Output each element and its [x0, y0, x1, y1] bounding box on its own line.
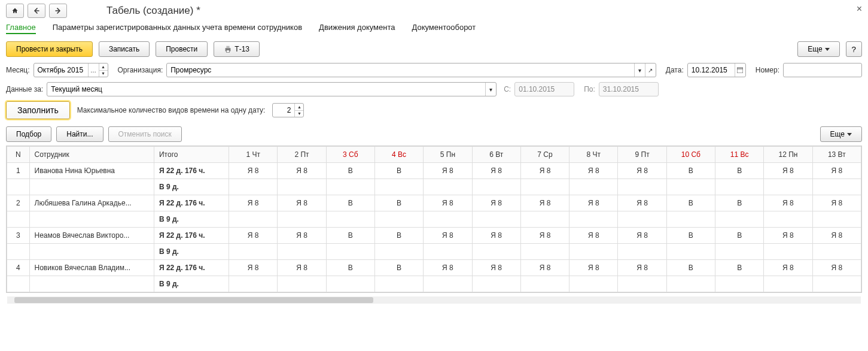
cell-summary-2[interactable]: В 9 д.: [154, 276, 229, 292]
cell-day[interactable]: Я 8: [229, 260, 278, 276]
table-row[interactable]: 1Иванова Нина ЮрьевнаЯ 22 д. 176 ч.Я 8Я …: [7, 163, 861, 179]
cell-day[interactable]: Я 8: [424, 228, 472, 244]
table-row[interactable]: В 9 д.: [7, 179, 861, 195]
find-button[interactable]: Найти...: [56, 126, 103, 142]
cell-day[interactable]: В: [666, 163, 715, 179]
cell-day[interactable]: Я 8: [472, 195, 520, 211]
col-day-header[interactable]: 12 Пн: [764, 147, 812, 163]
col-day-header[interactable]: 5 Пн: [424, 147, 472, 163]
cell-day[interactable]: Я 8: [424, 195, 472, 211]
help-button[interactable]: ?: [846, 41, 862, 57]
tab-params[interactable]: Параметры зарегистрированных данных учет…: [53, 23, 302, 34]
cell-day[interactable]: Я 8: [424, 163, 472, 179]
table-row[interactable]: 4Новиков Вячеслав Владим...Я 22 д. 176 ч…: [7, 260, 861, 276]
nav-forward-button[interactable]: [49, 4, 67, 18]
cell-day[interactable]: В: [715, 228, 764, 244]
col-day-header[interactable]: 8 Чт: [569, 147, 618, 163]
cell-day[interactable]: В: [374, 260, 423, 276]
org-open-button[interactable]: ↗: [645, 63, 656, 77]
cell-day[interactable]: Я 8: [520, 195, 569, 211]
cell-summary[interactable]: Я 22 д. 176 ч.: [154, 163, 229, 179]
cell-day[interactable]: Я 8: [569, 260, 618, 276]
cell-day[interactable]: Я 8: [520, 228, 569, 244]
cell-summary-2[interactable]: В 9 д.: [154, 211, 229, 228]
post-and-close-button[interactable]: Провести и закрыть: [6, 41, 93, 57]
month-ellipsis-button[interactable]: …: [88, 63, 99, 77]
scrollbar-thumb[interactable]: [14, 297, 373, 303]
cell-n[interactable]: 4: [7, 260, 30, 276]
date-input[interactable]: [688, 65, 735, 75]
cell-day[interactable]: Я 8: [472, 163, 520, 179]
col-day-header[interactable]: 3 Сб: [326, 147, 374, 163]
cell-day[interactable]: В: [374, 163, 423, 179]
col-day-header[interactable]: 9 Пт: [618, 147, 666, 163]
cell-day[interactable]: В: [666, 228, 715, 244]
cell-day[interactable]: Я 8: [812, 163, 861, 179]
table-row[interactable]: 2Любяшева Галина Аркадье...Я 22 д. 176 ч…: [7, 195, 861, 211]
cell-n[interactable]: 1: [7, 163, 30, 179]
cell-day[interactable]: Я 8: [229, 228, 278, 244]
max-types-input[interactable]: [273, 105, 294, 116]
cell-employee[interactable]: Любяшева Галина Аркадье...: [29, 195, 154, 211]
number-input[interactable]: [784, 65, 861, 75]
cell-day[interactable]: Я 8: [812, 228, 861, 244]
cell-day[interactable]: Я 8: [764, 163, 812, 179]
cell-day[interactable]: Я 8: [520, 163, 569, 179]
cell-n[interactable]: 2: [7, 195, 30, 211]
cell-day[interactable]: Я 8: [278, 163, 326, 179]
cell-day[interactable]: В: [326, 195, 374, 211]
fill-button[interactable]: Заполнить: [6, 101, 70, 119]
tab-docflow[interactable]: Документооборот: [412, 23, 476, 34]
col-day-header[interactable]: 13 Вт: [812, 147, 861, 163]
max-types-up[interactable]: ▲: [295, 104, 303, 111]
org-dropdown-button[interactable]: ▾: [634, 63, 645, 77]
cell-day[interactable]: Я 8: [229, 195, 278, 211]
table-more-button[interactable]: Еще: [820, 126, 862, 142]
cell-day[interactable]: Я 8: [229, 163, 278, 179]
more-button[interactable]: Еще: [797, 41, 839, 57]
cell-day[interactable]: Я 8: [278, 260, 326, 276]
tab-moves[interactable]: Движения документа: [319, 23, 395, 34]
home-button[interactable]: [6, 4, 24, 18]
print-t13-button[interactable]: Т-13: [214, 41, 260, 57]
table-row[interactable]: В 9 д.: [7, 276, 861, 292]
cell-day[interactable]: В: [326, 260, 374, 276]
cell-day[interactable]: В: [374, 195, 423, 211]
cell-day[interactable]: Я 8: [764, 228, 812, 244]
cell-day[interactable]: В: [326, 228, 374, 244]
dataza-input[interactable]: [47, 84, 485, 95]
cell-day[interactable]: В: [715, 260, 764, 276]
cell-day[interactable]: Я 8: [278, 228, 326, 244]
cell-day[interactable]: Я 8: [618, 260, 666, 276]
cell-day[interactable]: Я 8: [472, 260, 520, 276]
cell-summary[interactable]: Я 22 д. 176 ч.: [154, 260, 229, 276]
cell-summary[interactable]: Я 22 д. 176 ч.: [154, 228, 229, 244]
date-calendar-button[interactable]: [735, 63, 745, 77]
cell-summary-2[interactable]: В 9 д.: [154, 244, 229, 260]
cell-day[interactable]: Я 8: [520, 260, 569, 276]
col-day-header[interactable]: 2 Пт: [278, 147, 326, 163]
month-down-button[interactable]: ▼: [99, 71, 108, 77]
col-n-header[interactable]: N: [7, 147, 30, 163]
dataza-dropdown-button[interactable]: ▾: [485, 83, 496, 96]
cell-day[interactable]: Я 8: [618, 195, 666, 211]
close-button[interactable]: ×: [857, 4, 862, 14]
cell-day[interactable]: Я 8: [764, 260, 812, 276]
col-day-header[interactable]: 10 Сб: [666, 147, 715, 163]
max-types-down[interactable]: ▼: [295, 111, 303, 117]
post-button[interactable]: Провести: [156, 41, 208, 57]
col-day-header[interactable]: 1 Чт: [229, 147, 278, 163]
table-row[interactable]: В 9 д.: [7, 244, 861, 260]
cell-day[interactable]: В: [666, 260, 715, 276]
pick-button[interactable]: Подбор: [6, 126, 51, 142]
cell-day[interactable]: Я 8: [569, 195, 618, 211]
org-input[interactable]: [167, 65, 634, 75]
col-employee-header[interactable]: Сотрудник: [29, 147, 154, 163]
table-row[interactable]: В 9 д.: [7, 211, 861, 228]
col-day-header[interactable]: 4 Вс: [374, 147, 423, 163]
save-button[interactable]: Записать: [99, 41, 150, 57]
cell-day[interactable]: Я 8: [618, 228, 666, 244]
cell-employee[interactable]: Новиков Вячеслав Владим...: [29, 260, 154, 276]
cell-day[interactable]: В: [715, 163, 764, 179]
table-row[interactable]: 3Неамов Вячеслав Викторо...Я 22 д. 176 ч…: [7, 228, 861, 244]
